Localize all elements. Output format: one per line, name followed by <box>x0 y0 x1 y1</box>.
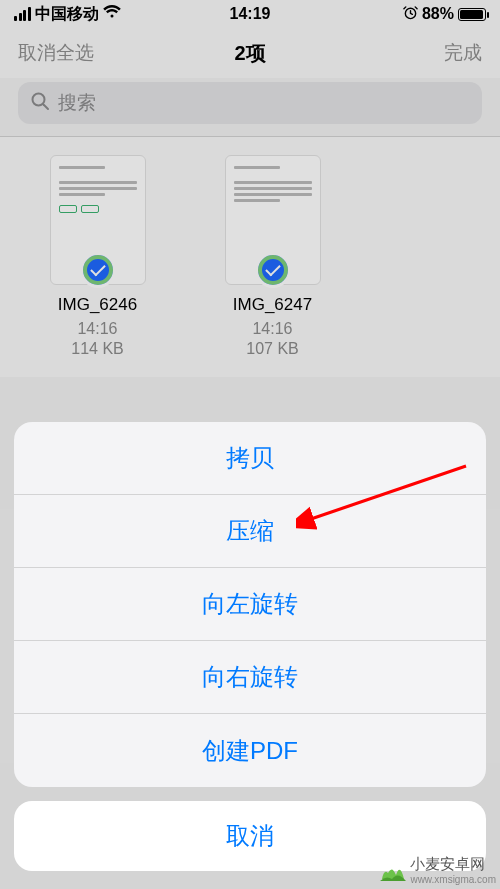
watermark: 小麦安卓网 www.xmsigma.com <box>378 855 496 885</box>
file-thumbnail <box>50 155 146 285</box>
action-create-pdf[interactable]: 创建PDF <box>14 714 486 787</box>
search-input[interactable]: 搜索 <box>18 82 482 124</box>
file-thumbnail <box>225 155 321 285</box>
file-item[interactable]: IMG_6246 14:16 114 KB <box>30 155 165 359</box>
nav-bar: 取消全选 2项 完成 <box>0 28 500 78</box>
action-rotate-left[interactable]: 向左旋转 <box>14 568 486 641</box>
svg-line-2 <box>44 105 49 110</box>
watermark-brand: 小麦安卓网 <box>410 855 496 874</box>
signal-icon <box>14 7 31 21</box>
watermark-icon <box>378 855 408 885</box>
cancel-label: 取消 <box>226 820 274 852</box>
checkmark-icon <box>80 252 116 288</box>
action-rotate-right[interactable]: 向右旋转 <box>14 641 486 714</box>
action-sheet-actions: 拷贝 压缩 向左旋转 向右旋转 创建PDF <box>14 422 486 787</box>
action-sheet: 拷贝 压缩 向左旋转 向右旋转 创建PDF 取消 <box>14 422 486 871</box>
page-title: 2项 <box>234 40 265 67</box>
file-size: 107 KB <box>205 339 340 359</box>
file-grid: IMG_6246 14:16 114 KB IMG_6247 14:16 107… <box>0 137 500 377</box>
checkmark-icon <box>255 252 291 288</box>
svg-point-1 <box>33 94 45 106</box>
search-icon <box>30 91 50 115</box>
wifi-icon <box>103 5 121 23</box>
search-placeholder: 搜索 <box>58 90 96 116</box>
action-compress[interactable]: 压缩 <box>14 495 486 568</box>
status-bar: 中国移动 14:19 88% <box>0 0 500 28</box>
file-time: 14:16 <box>30 319 165 339</box>
file-name: IMG_6247 <box>205 295 340 315</box>
done-button[interactable]: 完成 <box>343 40 482 66</box>
file-size: 114 KB <box>30 339 165 359</box>
file-time: 14:16 <box>205 319 340 339</box>
deselect-all-button[interactable]: 取消全选 <box>18 40 157 66</box>
carrier-label: 中国移动 <box>35 4 99 25</box>
battery-icon <box>458 8 486 21</box>
watermark-url: www.xmsigma.com <box>410 874 496 885</box>
file-name: IMG_6246 <box>30 295 165 315</box>
alarm-icon <box>403 5 418 24</box>
action-copy[interactable]: 拷贝 <box>14 422 486 495</box>
file-item[interactable]: IMG_6247 14:16 107 KB <box>205 155 340 359</box>
battery-pct: 88% <box>422 5 454 23</box>
